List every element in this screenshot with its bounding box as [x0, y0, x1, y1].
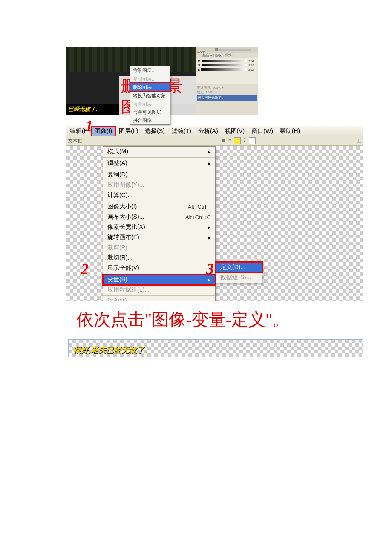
panels-area: 100% 颜色 × | 色板 | 样式 | R254 G254 B252 背景图…: [196, 47, 258, 115]
ctx-delete-layer[interactable]: 删除图层: [130, 83, 170, 91]
menu-analysis[interactable]: 分析(A): [195, 126, 222, 136]
dd-canvas-size[interactable]: 画布大小(S)...Alt+Ctrl+C: [103, 212, 215, 222]
menu-help[interactable]: 帮助(H): [277, 126, 303, 136]
submenu-arrow-icon: ▶: [208, 225, 211, 230]
tool-right: 工: [357, 138, 361, 144]
game-subtitle: 已经无敌了.: [68, 105, 98, 113]
dd-adjust[interactable]: 调整(A)▶: [103, 158, 215, 168]
options-bar: 文本框 ≣ ≡ ⌇ 工: [66, 136, 363, 146]
ctx-merge-visible[interactable]: 合并可见图层: [130, 108, 170, 116]
canvas: 模式(M)▶ 调整(A)▶ 复制(D)... 应用图像(Y)... 计算(C).…: [66, 146, 363, 301]
dd-crop: 裁剪(P): [103, 243, 215, 253]
menu-select[interactable]: 选择(S): [141, 126, 168, 136]
layer-row[interactable]: 老夫已经无敌了。: [197, 95, 257, 101]
bottom-yellow-text: 很好,老夫已经无敌了.: [73, 345, 147, 355]
color-swatch[interactable]: [234, 137, 241, 144]
menu-layer[interactable]: 图层(L): [115, 126, 141, 136]
dd-rotate-canvas[interactable]: 旋转画布(E)▶: [103, 232, 215, 243]
submenu-arrow-icon: ▶: [208, 235, 211, 240]
menu-image[interactable]: 图像(I): [91, 126, 115, 136]
instruction-text: 依次点击"图像-变量-定义"。: [66, 308, 392, 331]
dd-apply-dataset: 应用数据组(L)...: [103, 285, 215, 295]
menu-screenshot: 编辑(E 图像(I) 图层(L) 选择(S) 滤镜(T) 分析(A) 视图(V)…: [66, 126, 363, 301]
menu-filter[interactable]: 滤镜(T): [168, 126, 195, 136]
submenu-arrow-icon: ▶: [208, 150, 211, 154]
dd-variables[interactable]: 变量(B)▶: [103, 275, 215, 285]
dd-reveal-all[interactable]: 显示全部(V): [103, 263, 215, 273]
rgb-sliders: R254 G254 B252: [196, 58, 258, 72]
warp-icon[interactable]: ⌇: [243, 137, 246, 144]
annotation-number-3: 3: [206, 260, 214, 278]
sub-define[interactable]: 定义(D)...: [216, 262, 262, 272]
top-screenshot: 已经无敌了. 删除背景图。 100% 颜色 × | 色板 | 样式 | R254…: [66, 47, 258, 115]
ctx-to-smart[interactable]: 转换为智能对象: [130, 92, 170, 100]
image-menu-dropdown[interactable]: 模式(M)▶ 调整(A)▶ 复制(D)... 应用图像(Y)... 计算(C).…: [103, 146, 216, 301]
layer-context-menu[interactable]: 背景图层... 复制图层... 删除图层 转换为智能对象 合并图层 合并可见图层…: [130, 66, 170, 125]
annotation-number-2: 2: [81, 260, 89, 278]
dd-pixel-aspect[interactable]: 像素长宽比(X)▶: [103, 222, 215, 232]
submenu-arrow-icon: ▶: [208, 161, 211, 166]
dd-mode[interactable]: 模式(M)▶: [103, 147, 215, 157]
dd-trim[interactable]: 裁切(R)...: [103, 253, 215, 263]
tool-label: 文本框: [66, 138, 84, 144]
dd-duplicate[interactable]: 复制(D)...: [103, 170, 215, 180]
align-icon[interactable]: ≣: [222, 138, 226, 144]
submenu-arrow-icon: ▶: [208, 278, 211, 282]
menu-view[interactable]: 视图(V): [222, 126, 248, 136]
ctx-bg-layer[interactable]: 背景图层...: [130, 66, 170, 75]
variables-submenu[interactable]: 定义(D)... 数据组(S)...: [216, 262, 262, 283]
annotation-number-1: 1: [85, 117, 93, 135]
dd-apply-image: 应用图像(Y)...: [103, 180, 215, 190]
align-icon2[interactable]: ≡: [228, 138, 231, 144]
dd-calc[interactable]: 计算(C)...: [103, 190, 215, 200]
dd-image-size[interactable]: 图像大小(I)...Alt+Ctrl+I: [103, 202, 215, 212]
bottom-canvas-strip: 很好,老夫已经无敌了.: [68, 339, 363, 357]
navigator-panel: 100%: [196, 47, 258, 53]
doc-icon[interactable]: [249, 137, 256, 144]
layers-panel: 不透明度: 100% ▾ 填充: 100% ▾ 老夫已经无敌了。: [196, 84, 258, 115]
dd-trap: 陷印(T)...: [103, 296, 215, 301]
menu-window[interactable]: 窗口(W): [248, 126, 277, 136]
ctx-merge-layer: 合并图层: [130, 100, 170, 108]
menubar[interactable]: 编辑(E 图像(I) 图层(L) 选择(S) 滤镜(T) 分析(A) 视图(V)…: [66, 126, 363, 136]
sub-dataset: 数据组(S)...: [216, 272, 262, 283]
ctx-flatten[interactable]: 拼合图像: [130, 116, 170, 124]
ctx-copy-layer: 复制图层...: [130, 75, 170, 83]
